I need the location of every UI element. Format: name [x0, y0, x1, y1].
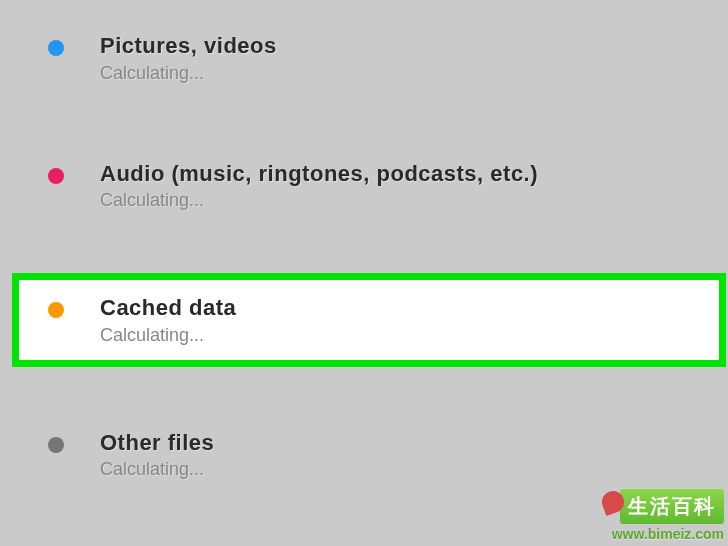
item-title: Cached data	[100, 294, 236, 323]
bullet-icon	[48, 302, 64, 318]
storage-item-pictures-videos[interactable]: Pictures, videos Calculating...	[0, 18, 728, 98]
item-text-block: Other files Calculating...	[100, 429, 214, 481]
storage-item-cached-data[interactable]: Cached data Calculating...	[12, 273, 726, 367]
bullet-icon	[48, 40, 64, 56]
watermark: 生活百科 www.bimeiz.com	[612, 489, 724, 542]
watermark-url: www.bimeiz.com	[612, 526, 724, 542]
item-status: Calculating...	[100, 325, 236, 346]
storage-category-list: Pictures, videos Calculating... Audio (m…	[0, 0, 728, 494]
item-status: Calculating...	[100, 63, 277, 84]
item-title: Pictures, videos	[100, 32, 277, 61]
item-status: Calculating...	[100, 190, 538, 211]
item-title: Audio (music, ringtones, podcasts, etc.)	[100, 160, 538, 189]
storage-item-other-files[interactable]: Other files Calculating...	[0, 415, 728, 495]
bullet-icon	[48, 437, 64, 453]
item-status: Calculating...	[100, 459, 214, 480]
item-text-block: Audio (music, ringtones, podcasts, etc.)…	[100, 160, 538, 212]
item-text-block: Cached data Calculating...	[100, 294, 236, 346]
storage-item-audio[interactable]: Audio (music, ringtones, podcasts, etc.)…	[0, 146, 728, 226]
item-title: Other files	[100, 429, 214, 458]
item-text-block: Pictures, videos Calculating...	[100, 32, 277, 84]
watermark-logo: 生活百科	[620, 489, 724, 524]
bullet-icon	[48, 168, 64, 184]
